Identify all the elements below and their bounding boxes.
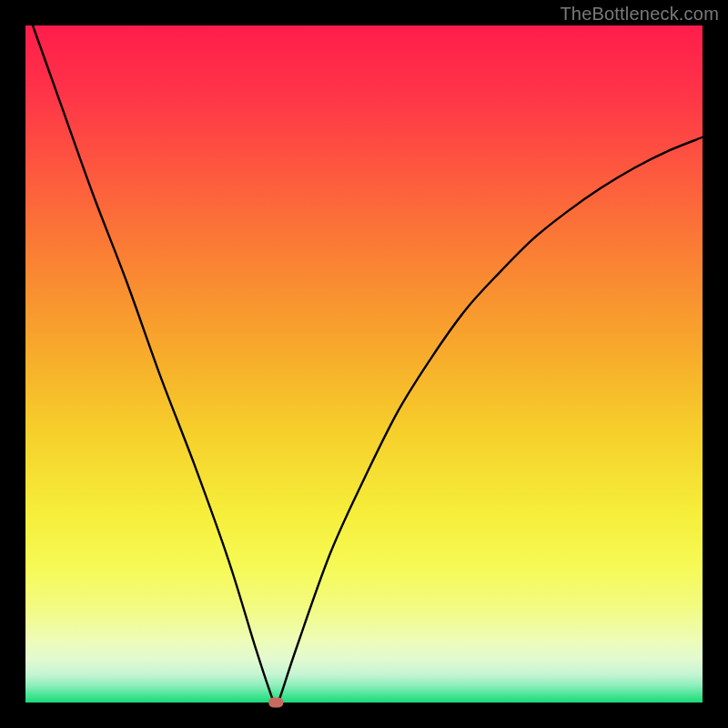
plot-background	[25, 25, 703, 703]
optimal-marker	[268, 698, 283, 708]
bottleneck-chart	[0, 0, 728, 728]
chart-frame: TheBottleneck.com	[0, 0, 728, 728]
watermark-label: TheBottleneck.com	[560, 4, 719, 25]
